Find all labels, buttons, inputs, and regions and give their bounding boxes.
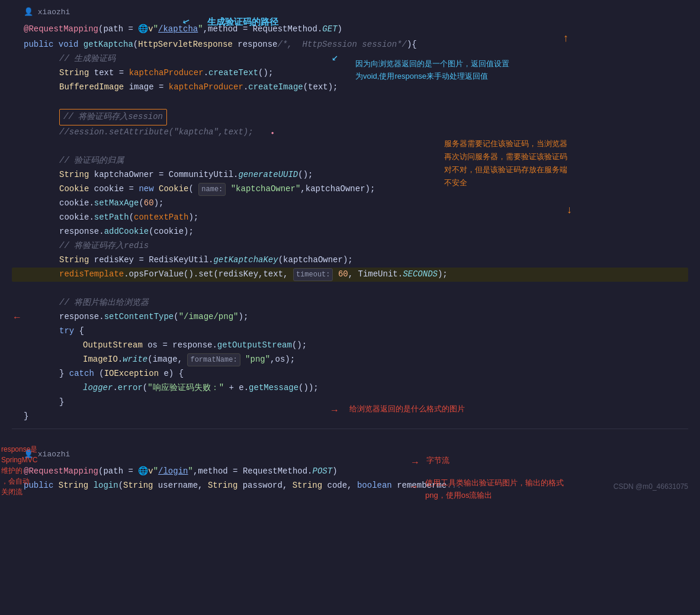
author-icon-1: 👤 bbox=[24, 6, 38, 19]
author-name-1: xiaozhi bbox=[38, 6, 70, 19]
code-line-4: BufferedImage image = kaptchaProducer . … bbox=[12, 81, 688, 95]
code-line-14: try { bbox=[12, 324, 688, 339]
code-line-7: Cookie cookie = new Cookie ( name: "kapt… bbox=[12, 182, 688, 197]
code-line-8: cookie. setMaxAge ( 60 ); bbox=[12, 197, 688, 211]
code-line-1: @RequestMapping (path = 🌐 v "/kaptcha" ,… bbox=[12, 22, 688, 37]
annotation-path-label: 生成验证码的路径 bbox=[207, 14, 278, 30]
sidebar-annotation: response是SpringMVC维护的，会自动关闭流 bbox=[1, 444, 49, 497]
code-line-18: logger . error ( "响应验证码失败：" + e. getMess… bbox=[12, 381, 688, 395]
arrow-right-red-2-icon: → bbox=[412, 455, 418, 471]
code-line-comment2: // 将验证码存入session bbox=[12, 109, 688, 125]
code-line-11: String redisKey = RedisKeyUtil. getKaptc… bbox=[12, 253, 688, 268]
annotation-bytestream: 字节流 bbox=[426, 454, 449, 467]
code-line-16: ImageIO . write (image, formatName: "png… bbox=[12, 353, 688, 367]
annotation-server-session: 服务器需要记住该验证码，当浏览器 再次访问服务器，需要验证该验证码 对不对，但是… bbox=[444, 137, 567, 189]
code-line-comment3: // 验证码的归属 bbox=[12, 154, 688, 168]
code-area: 👤 xiaozhi @RequestMapping (path = 🌐 v "/… bbox=[0, 6, 700, 493]
code-line-comment1: // 生成验证码 bbox=[12, 52, 688, 66]
code-line-comment5: // 将图片输出给浏览器 bbox=[12, 296, 688, 310]
watermark: CSDN @m0_46631075 bbox=[614, 481, 688, 492]
code-line-17: } catch ( IOException e) { bbox=[12, 367, 688, 381]
code-line-6: String kaptchaOwner = CommunityUtil. gen… bbox=[12, 168, 688, 182]
code-line-13: ← response. setContentType ( "/image/png… bbox=[12, 310, 688, 324]
code-line-3: String text = kaptchaProducer . createTe… bbox=[12, 66, 688, 81]
code-line-9: cookie. setPath ( contextPath ); bbox=[12, 211, 688, 225]
separator bbox=[12, 429, 688, 429]
code-line-comment4: // 将验证码存入redis bbox=[12, 239, 688, 253]
page-container: 👤 xiaozhi @RequestMapping (path = 🌐 v "/… bbox=[0, 0, 700, 615]
annotation-imageio: 使用工具类输出验证码图片，输出的格式 png，使用os流输出 bbox=[425, 477, 564, 502]
arrow-right-red-1-icon: → bbox=[332, 403, 338, 419]
annotation-image-format: 给浏览器返回的是什么格式的图片 bbox=[349, 403, 465, 416]
code-line-5: //session.setAttribute("kaptcha",text); … bbox=[12, 125, 688, 140]
code-line-login-1: @RequestMapping (path = 🌐 v "/login" ,me… bbox=[12, 465, 688, 479]
arrow-up-icon: ↑ bbox=[563, 30, 569, 48]
arrow-right-red-3-icon: → bbox=[411, 479, 417, 495]
code-line-15: OutputStream os = response. getOutputStr… bbox=[12, 339, 688, 353]
arrow-down-orange-icon: ↓ bbox=[566, 201, 573, 220]
annotation-return-value: 因为向浏览器返回的是一个图片，返回值设置为void,使用response来手动处… bbox=[355, 58, 509, 83]
arrow-return-icon: ↙ bbox=[332, 49, 338, 67]
code-line-12: redisTemplate .opsForValue().set(redisKe… bbox=[12, 268, 688, 282]
annotation-requestmapping: @RequestMapping bbox=[24, 22, 98, 37]
code-line-2: public void getKaptcha ( HttpServletResp… bbox=[12, 38, 688, 52]
code-line-login-2: public String login ( String username, S… bbox=[12, 479, 688, 493]
code-line-10: response. addCookie (cookie); bbox=[12, 225, 688, 239]
